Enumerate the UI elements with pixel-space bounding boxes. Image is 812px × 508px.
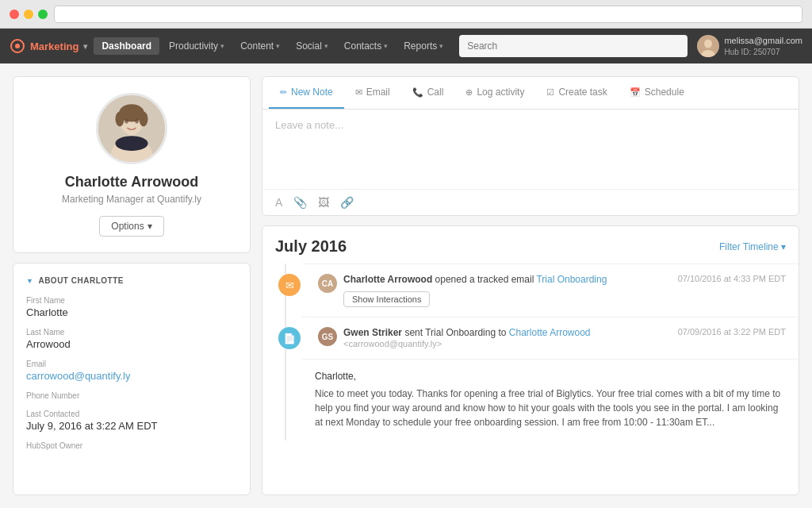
profile-card: Charlotte Arrowood Marketing Manager at … xyxy=(13,76,251,253)
event-row: CA Charlotte Arrowood opened a tracked e… xyxy=(318,274,607,307)
log-activity-icon: ⊕ xyxy=(465,87,473,98)
about-card: ▼ ABOUT CHARLOTTE First Name Charlotte L… xyxy=(13,263,251,495)
maximize-dot[interactable] xyxy=(38,10,48,19)
svg-point-10 xyxy=(139,112,147,127)
event-timestamp: 07/10/2016 at 4:33 PM EDT xyxy=(678,274,786,283)
timeline-event: ✉ CA Charlotte Arrowood opened a tracked… xyxy=(302,264,799,317)
right-panel: ✏ New Note ✉ Email 📞 Call ⊕ Log activity… xyxy=(262,76,799,495)
field-last-name: Last Name Arrowood xyxy=(26,328,237,350)
content-caret-icon: ▾ xyxy=(276,42,280,50)
dashboard-nav-item[interactable]: Dashboard xyxy=(94,37,159,55)
event-action: sent Trial Onboarding to xyxy=(404,327,508,338)
svg-point-1 xyxy=(15,44,20,48)
about-caret-icon: ▼ xyxy=(26,277,33,285)
tab-log-activity[interactable]: ⊕ Log activity xyxy=(454,77,535,109)
email-greeting: Charlotte, xyxy=(315,371,786,382)
top-navigation: Marketing ▾ Dashboard Productivity ▾ Con… xyxy=(0,29,812,64)
email-link[interactable]: carrowood@quantify.ly xyxy=(26,370,237,382)
tab-email[interactable]: ✉ Email xyxy=(344,77,401,109)
browser-window-controls xyxy=(10,10,48,19)
timeline-month: July 2016 xyxy=(275,237,347,256)
activity-card: ✏ New Note ✉ Email 📞 Call ⊕ Log activity… xyxy=(262,76,799,216)
field-first-name: First Name Charlotte xyxy=(26,296,237,318)
options-button[interactable]: Options ▾ xyxy=(99,216,163,237)
main-layout: Charlotte Arrowood Marketing Manager at … xyxy=(0,64,812,508)
field-email: Email carrowood@quantify.ly xyxy=(26,360,237,382)
attachment-icon[interactable]: 📎 xyxy=(293,196,307,209)
email-preview: Charlotte, Nice to meet you today. Thank… xyxy=(302,359,799,441)
email-body: Nice to meet you today. Thanks for openi… xyxy=(315,387,786,429)
image-icon[interactable]: 🖼 xyxy=(318,196,329,209)
minimize-dot[interactable] xyxy=(24,10,33,19)
event-avatar: CA xyxy=(318,274,337,293)
nav-item-social[interactable]: Social ▾ xyxy=(289,37,335,55)
hubspot-icon xyxy=(10,38,25,54)
email-icon: ✉ xyxy=(355,87,362,98)
event-timestamp: 07/09/2016 at 3:22 PM EDT xyxy=(678,327,786,337)
nav-item-contacts[interactable]: Contacts ▾ xyxy=(338,37,394,55)
new-note-icon: ✏ xyxy=(280,87,287,98)
event-link[interactable]: Trial Onboarding xyxy=(536,274,607,285)
user-info: melissa@gmail.com Hub ID: 250707 xyxy=(724,35,802,56)
profile-avatar xyxy=(96,93,167,164)
about-section-header: ▼ ABOUT CHARLOTTE xyxy=(26,276,237,285)
event-text: Charlotte Arrowood opened a tracked emai… xyxy=(343,274,607,307)
note-placeholder: Leave a note... xyxy=(275,119,786,131)
timeline-header: July 2016 Filter Timeline ▾ xyxy=(262,226,799,264)
event-actor: Gwen Striker xyxy=(343,327,402,338)
search-container xyxy=(459,35,688,57)
user-hub-id: Hub ID: 250707 xyxy=(724,47,802,57)
event-sub-text: <carrowood@quantify.ly> xyxy=(343,339,442,348)
event-content: CA Charlotte Arrowood opened a tracked e… xyxy=(318,274,786,307)
event-row: GS Gwen Striker sent Trial Onboarding to… xyxy=(318,327,591,349)
tab-create-task[interactable]: ☑ Create task xyxy=(535,77,618,109)
svg-point-12 xyxy=(135,119,139,124)
url-bar[interactable] xyxy=(54,6,802,23)
note-toolbar: A 📎 🖼 🔗 xyxy=(262,189,799,215)
tab-call[interactable]: 📞 Call xyxy=(401,77,455,109)
avatar xyxy=(697,35,719,57)
timeline-filter-button[interactable]: Filter Timeline ▾ xyxy=(719,241,786,252)
reports-caret-icon: ▾ xyxy=(439,42,443,50)
timeline-body: ✉ CA Charlotte Arrowood opened a tracked… xyxy=(262,264,799,441)
options-caret-icon: ▾ xyxy=(147,221,152,232)
event-avatar: GS xyxy=(318,327,337,346)
tabs-row: ✏ New Note ✉ Email 📞 Call ⊕ Log activity… xyxy=(262,77,799,110)
search-input[interactable] xyxy=(459,35,688,57)
schedule-icon: 📅 xyxy=(630,87,641,98)
nav-item-productivity[interactable]: Productivity ▾ xyxy=(163,37,231,55)
link-icon[interactable]: 🔗 xyxy=(340,196,354,209)
event-actor: Charlotte Arrowood xyxy=(343,274,432,285)
tab-schedule[interactable]: 📅 Schedule xyxy=(619,77,695,109)
nav-item-reports[interactable]: Reports ▾ xyxy=(397,37,450,55)
user-email: melissa@gmail.com xyxy=(724,35,802,46)
svg-point-9 xyxy=(115,112,124,127)
call-icon: 📞 xyxy=(412,87,423,98)
brand-caret-icon: ▾ xyxy=(83,42,87,51)
productivity-caret-icon: ▾ xyxy=(220,42,224,50)
event-link[interactable]: Charlotte Arrowood xyxy=(509,327,591,338)
event-action: opened a tracked email xyxy=(435,274,537,285)
timeline-section: July 2016 Filter Timeline ▾ ✉ CA Charlot… xyxy=(262,225,799,495)
brand-logo[interactable]: Marketing ▾ xyxy=(10,38,87,54)
left-panel: Charlotte Arrowood Marketing Manager at … xyxy=(13,76,251,495)
svg-point-14 xyxy=(115,136,147,151)
doc-event-icon: 📄 xyxy=(278,327,301,349)
brand-name: Marketing xyxy=(30,40,79,52)
nav-item-content[interactable]: Content ▾ xyxy=(234,37,286,55)
user-menu[interactable]: melissa@gmail.com Hub ID: 250707 xyxy=(697,35,802,57)
create-task-icon: ☑ xyxy=(546,87,554,98)
note-input-area[interactable]: Leave a note... xyxy=(262,110,799,189)
show-interactions-button[interactable]: Show Interactions xyxy=(343,291,430,307)
timeline-event: 📄 GS Gwen Striker sent Trial Onboarding … xyxy=(302,317,799,359)
svg-point-3 xyxy=(704,40,712,48)
email-event-icon: ✉ xyxy=(278,274,301,296)
tab-new-note[interactable]: ✏ New Note xyxy=(269,77,344,109)
field-hubspot-owner: HubSpot Owner xyxy=(26,441,237,450)
close-dot[interactable] xyxy=(10,10,19,19)
field-phone: Phone Number xyxy=(26,391,237,400)
event-text: Gwen Striker sent Trial Onboarding to Ch… xyxy=(343,327,591,349)
svg-point-11 xyxy=(124,119,128,124)
text-format-icon[interactable]: A xyxy=(275,196,282,209)
avatar-image xyxy=(697,35,719,57)
